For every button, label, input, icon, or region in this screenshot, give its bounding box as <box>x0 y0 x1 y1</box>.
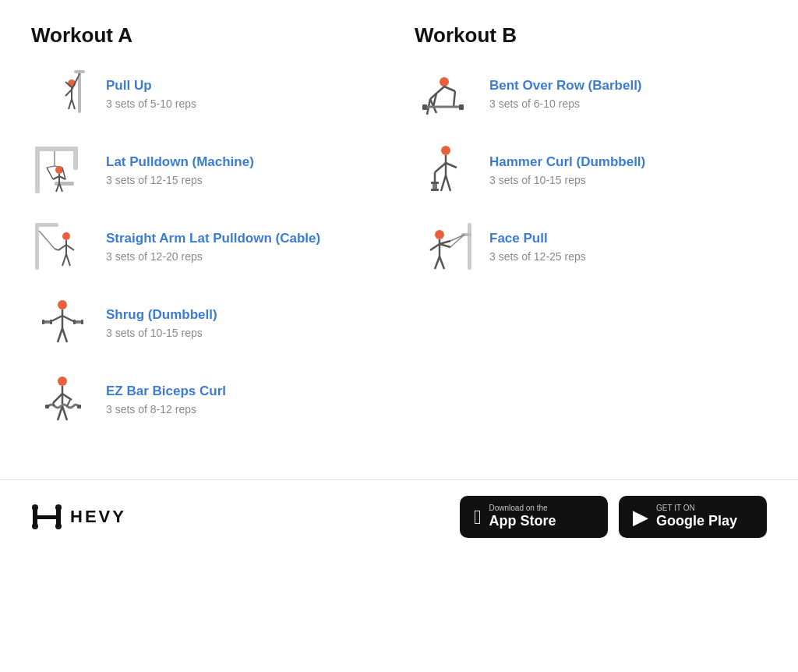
svg-line-80 <box>450 235 464 247</box>
svg-line-4 <box>65 90 72 96</box>
svg-line-52 <box>62 406 67 420</box>
svg-line-85 <box>440 244 450 247</box>
hevy-logo: HEVY <box>31 503 126 531</box>
app-buttons-container:  Download on the App Store ▶ GET IT ON … <box>460 496 767 538</box>
svg-point-57 <box>440 77 449 87</box>
svg-line-60 <box>444 87 455 91</box>
svg-point-81 <box>435 230 444 239</box>
svg-line-86 <box>435 256 440 269</box>
app-store-subtitle: Download on the <box>489 504 556 513</box>
svg-rect-12 <box>73 147 78 170</box>
svg-rect-53 <box>45 405 49 409</box>
exercise-info-hammer-curl: Hammer Curl (Dumbbell) 3 sets of 10-15 r… <box>489 154 767 186</box>
exercise-item-face-pull: Face Pull 3 sets of 12-25 reps <box>415 219 767 274</box>
exercise-sets-bent-over-row: 3 sets of 6-10 reps <box>489 97 767 110</box>
svg-line-27 <box>39 231 55 249</box>
svg-rect-1 <box>74 70 85 73</box>
exercise-info-pull-up: Pull Up 3 sets of 5-10 reps <box>106 77 383 110</box>
exercise-info-shrug: Shrug (Dumbbell) 3 sets of 10-15 reps <box>106 306 383 339</box>
exercise-item-shrug: Shrug (Dumbbell) 3 sets of 10-15 reps <box>31 295 383 350</box>
exercise-sets-hammer-curl: 3 sets of 10-15 reps <box>489 174 767 186</box>
hevy-logo-wordmark: HEVY <box>70 507 126 527</box>
exercise-name-hammer-curl: Hammer Curl (Dumbbell) <box>489 154 767 171</box>
svg-rect-46 <box>81 320 83 324</box>
svg-line-19 <box>53 176 59 179</box>
svg-line-7 <box>69 99 72 109</box>
app-store-title: App Store <box>489 513 556 530</box>
svg-point-35 <box>58 300 67 309</box>
svg-rect-26 <box>35 223 58 227</box>
exercise-item-lat-pulldown: Lat Pulldown (Machine) 3 sets of 12-15 r… <box>31 143 383 197</box>
svg-line-69 <box>435 163 446 172</box>
svg-line-30 <box>58 245 66 250</box>
exercise-image-straight-arm <box>31 219 94 274</box>
exercise-name-face-pull: Face Pull <box>489 230 767 247</box>
svg-rect-54 <box>77 405 81 409</box>
google-play-subtitle: GET IT ON <box>656 504 737 513</box>
exercise-image-hammer-curl <box>415 143 477 197</box>
svg-rect-11 <box>35 147 78 151</box>
exercise-image-bent-over-row <box>415 66 477 121</box>
svg-line-73 <box>446 175 450 191</box>
svg-point-47 <box>58 377 67 386</box>
exercise-item-pull-up: Pull Up 3 sets of 5-10 reps <box>31 66 383 121</box>
workout-a-title: Workout A <box>31 23 383 48</box>
app-store-button[interactable]:  Download on the App Store <box>460 496 608 538</box>
svg-line-72 <box>441 175 446 191</box>
svg-point-67 <box>441 146 450 155</box>
svg-line-15 <box>47 166 55 168</box>
footer: HEVY  Download on the App Store ▶ GET I… <box>0 479 798 554</box>
svg-point-17 <box>55 166 63 174</box>
svg-line-34 <box>66 254 70 266</box>
workout-b-title: Workout B <box>415 23 767 48</box>
exercise-image-lat-pulldown <box>31 143 94 197</box>
exercise-sets-pull-up: 3 sets of 5-10 reps <box>106 97 383 110</box>
svg-line-58 <box>430 87 444 99</box>
svg-rect-43 <box>50 320 52 324</box>
workouts-grid: Workout A <box>31 23 767 448</box>
exercise-info-straight-arm: Straight Arm Lat Pulldown (Cable) 3 sets… <box>106 230 383 263</box>
exercise-image-ez-curl <box>31 372 94 426</box>
svg-line-40 <box>62 328 67 342</box>
svg-line-23 <box>47 168 53 179</box>
main-content: Workout A <box>0 0 798 464</box>
exercise-sets-face-pull: 3 sets of 12-25 reps <box>489 250 767 263</box>
exercise-info-ez-curl: EZ Bar Biceps Curl 3 sets of 8-12 reps <box>106 383 383 416</box>
svg-rect-45 <box>73 320 76 324</box>
google-play-button[interactable]: ▶ GET IT ON Google Play <box>619 496 767 538</box>
exercise-name-pull-up: Pull Up <box>106 77 383 94</box>
exercise-info-bent-over-row: Bent Over Row (Barbell) 3 sets of 6-10 r… <box>489 77 767 110</box>
svg-rect-41 <box>44 320 50 324</box>
svg-rect-66 <box>459 104 464 110</box>
svg-line-83 <box>430 244 440 250</box>
svg-point-28 <box>62 232 70 240</box>
exercise-item-hammer-curl: Hammer Curl (Dumbbell) 3 sets of 10-15 r… <box>415 143 767 197</box>
svg-rect-65 <box>422 104 427 110</box>
svg-line-49 <box>53 394 62 403</box>
svg-line-33 <box>62 254 66 266</box>
workout-b-column: Workout B <box>415 23 767 448</box>
svg-rect-75 <box>431 182 439 184</box>
svg-line-61 <box>454 91 455 107</box>
google-play-title: Google Play <box>656 513 737 530</box>
svg-rect-77 <box>468 223 471 270</box>
exercise-name-shrug: Shrug (Dumbbell) <box>106 306 383 324</box>
svg-rect-10 <box>35 147 40 193</box>
apple-icon:  <box>474 507 482 527</box>
exercise-item-straight-arm: Straight Arm Lat Pulldown (Cable) 3 sets… <box>31 219 383 274</box>
exercise-item-ez-curl: EZ Bar Biceps Curl 3 sets of 8-12 reps <box>31 372 383 426</box>
exercise-image-pull-up <box>31 66 94 121</box>
exercise-name-lat-pulldown: Lat Pulldown (Machine) <box>106 154 383 171</box>
exercise-image-shrug <box>31 295 94 350</box>
svg-rect-25 <box>35 223 39 270</box>
google-play-icon: ▶ <box>633 507 648 527</box>
svg-line-56 <box>67 400 70 406</box>
exercise-sets-ez-curl: 3 sets of 8-12 reps <box>106 403 383 416</box>
svg-line-8 <box>72 99 75 109</box>
svg-rect-44 <box>75 320 81 324</box>
exercise-name-ez-curl: EZ Bar Biceps Curl <box>106 383 383 400</box>
svg-line-50 <box>62 394 72 400</box>
svg-line-38 <box>62 316 75 322</box>
exercise-info-lat-pulldown: Lat Pulldown (Machine) 3 sets of 12-15 r… <box>106 154 383 186</box>
svg-line-79 <box>450 235 464 241</box>
